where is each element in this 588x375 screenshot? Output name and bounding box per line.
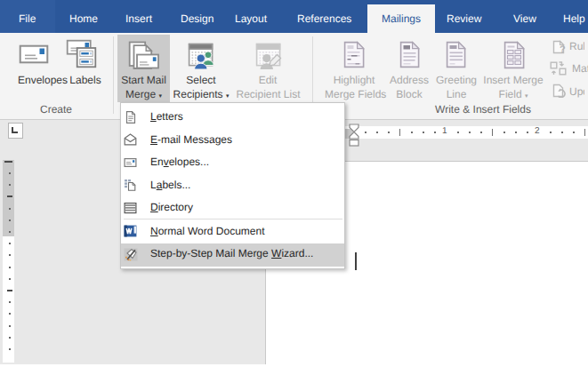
svg-text:?: ? [560, 44, 566, 55]
